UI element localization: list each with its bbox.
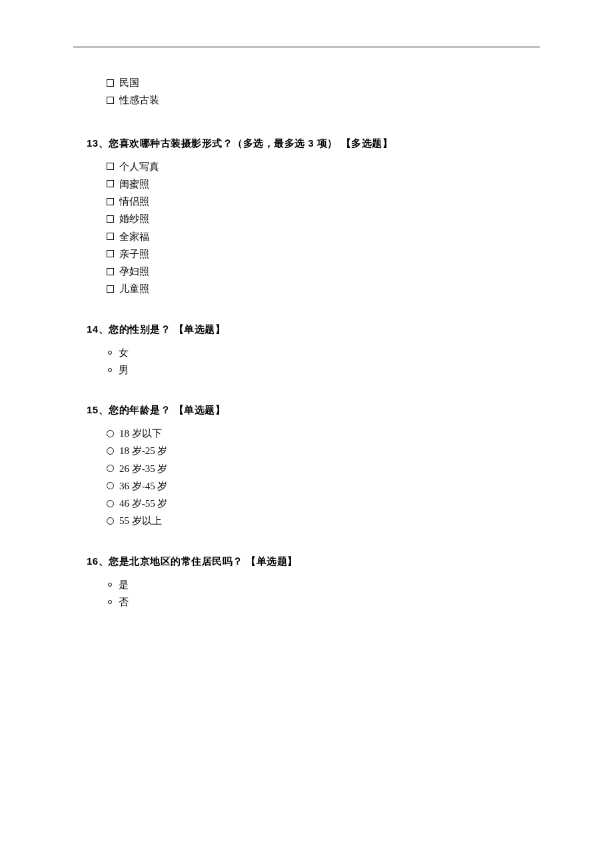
option-item[interactable]: 全家福	[107, 228, 540, 245]
option-label: 闺蜜照	[119, 175, 149, 193]
option-label: 亲子照	[119, 245, 149, 263]
option-group: 18 岁以下 18 岁-25 岁 26 岁-35 岁 36 岁-45 岁 46 …	[107, 425, 540, 530]
option-label: 孕妇照	[119, 263, 149, 280]
option-item[interactable]: 情侣照	[107, 193, 540, 210]
option-item[interactable]: 儿童照	[107, 280, 540, 297]
option-group: 女 男	[107, 344, 540, 379]
checkbox-icon	[107, 285, 114, 293]
option-item[interactable]: 36 岁-45 岁	[107, 477, 540, 495]
option-group: 个人写真 闺蜜照 情侣照 婚纱照 全家福 亲子照 孕妇照 儿童照	[107, 158, 540, 298]
option-item[interactable]: 性感古装	[107, 91, 540, 109]
option-label: 否	[119, 593, 129, 611]
option-item[interactable]: 民国	[107, 74, 540, 91]
option-group: 是 否	[107, 576, 540, 611]
checkbox-icon	[107, 215, 114, 223]
option-label: 全家福	[119, 228, 149, 245]
radio-icon	[107, 465, 114, 472]
option-label: 性感古装	[119, 91, 159, 109]
option-label: 男	[119, 361, 129, 379]
option-label: 18 岁-25 岁	[119, 442, 168, 459]
radio-icon	[108, 351, 112, 355]
option-label: 婚纱照	[119, 210, 149, 227]
option-item[interactable]: 男	[107, 361, 540, 379]
radio-icon	[108, 583, 112, 587]
question-13: 13、您喜欢哪种古装摄影形式？（多选，最多选 3 项） 【多选题】 个人写真 闺…	[73, 137, 540, 298]
option-item[interactable]: 55 岁以上	[107, 512, 540, 529]
option-item[interactable]: 婚纱照	[107, 210, 540, 227]
option-item[interactable]: 闺蜜照	[107, 175, 540, 193]
option-item[interactable]: 18 岁-25 岁	[107, 442, 540, 459]
checkbox-icon	[107, 163, 114, 170]
option-item[interactable]: 46 岁-55 岁	[107, 495, 540, 512]
option-label: 46 岁-55 岁	[119, 495, 168, 512]
radio-icon	[108, 600, 112, 604]
question-14: 14、您的性别是？ 【单选题】 女 男	[73, 323, 540, 379]
question-15: 15、您的年龄是？ 【单选题】 18 岁以下 18 岁-25 岁 26 岁-35…	[73, 404, 540, 530]
radio-icon	[107, 500, 114, 507]
option-label: 民国	[119, 74, 139, 91]
option-label: 女	[119, 344, 129, 361]
option-label: 个人写真	[119, 158, 159, 175]
question-16: 16、您是北京地区的常住居民吗？ 【单选题】 是 否	[73, 555, 540, 611]
option-item[interactable]: 否	[107, 593, 540, 611]
option-label: 18 岁以下	[119, 425, 162, 442]
checkbox-icon	[107, 198, 114, 205]
page-content: 民国 性感古装 13、您喜欢哪种古装摄影形式？（多选，最多选 3 项） 【多选题…	[0, 0, 613, 611]
orphan-option-group: 民国 性感古装	[107, 74, 540, 109]
checkbox-icon	[107, 79, 114, 87]
question-title: 13、您喜欢哪种古装摄影形式？（多选，最多选 3 项） 【多选题】	[87, 137, 540, 150]
option-label: 55 岁以上	[119, 512, 162, 529]
option-label: 26 岁-35 岁	[119, 460, 168, 477]
checkbox-icon	[107, 97, 114, 104]
option-label: 是	[119, 576, 129, 593]
option-label: 儿童照	[119, 280, 149, 297]
option-item[interactable]: 女	[107, 344, 540, 361]
checkbox-icon	[107, 268, 114, 275]
question-title: 16、您是北京地区的常住居民吗？ 【单选题】	[87, 555, 540, 568]
option-item[interactable]: 18 岁以下	[107, 425, 540, 442]
option-item[interactable]: 亲子照	[107, 245, 540, 263]
radio-icon	[108, 368, 112, 372]
question-title: 15、您的年龄是？ 【单选题】	[87, 404, 540, 417]
option-item[interactable]: 孕妇照	[107, 263, 540, 280]
header-rule	[73, 47, 540, 47]
checkbox-icon	[107, 250, 114, 257]
radio-icon	[107, 430, 114, 437]
option-item[interactable]: 个人写真	[107, 158, 540, 175]
question-title: 14、您的性别是？ 【单选题】	[87, 323, 540, 336]
option-label: 36 岁-45 岁	[119, 477, 168, 495]
option-item[interactable]: 26 岁-35 岁	[107, 460, 540, 477]
option-label: 情侣照	[119, 193, 149, 210]
radio-icon	[107, 447, 114, 455]
radio-icon	[107, 517, 114, 525]
checkbox-icon	[107, 233, 114, 240]
radio-icon	[107, 482, 114, 489]
checkbox-icon	[107, 180, 114, 187]
option-item[interactable]: 是	[107, 576, 540, 593]
